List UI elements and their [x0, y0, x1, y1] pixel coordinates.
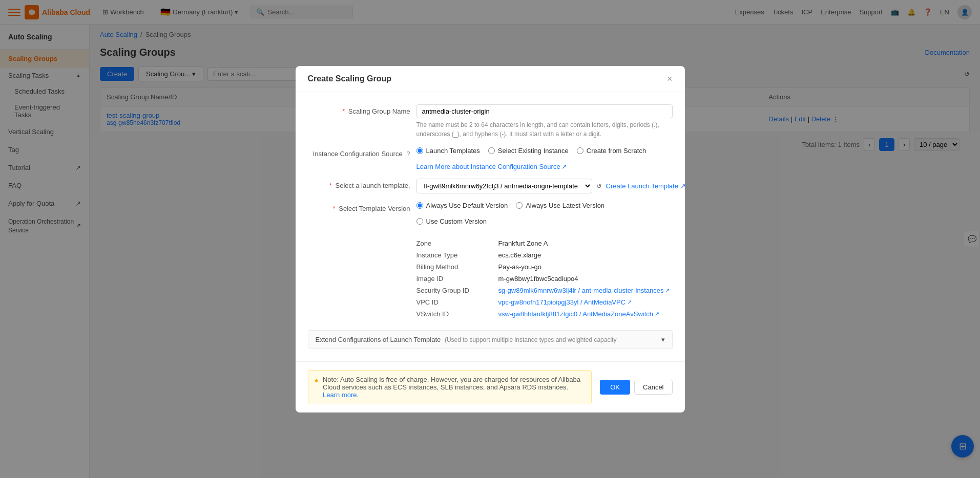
- modal-header: Create Scaling Group ×: [296, 66, 685, 92]
- info-row-zone: Zone Frankfurt Zone A: [416, 240, 673, 247]
- instance-info-spacer: [308, 233, 410, 236]
- info-row-security-group: Security Group ID sg-gw89mlk6mnrw6w3lj4l…: [416, 287, 673, 294]
- scaling-group-name-input[interactable]: [416, 104, 673, 118]
- modal-body: * Scaling Group Name The name must be 2 …: [296, 92, 685, 361]
- form-row-name: * Scaling Group Name The name must be 2 …: [308, 104, 673, 139]
- vpc-link[interactable]: vpc-gw8nofh171pioipgj33yl / AntMediaVPC …: [498, 298, 632, 306]
- name-label: * Scaling Group Name: [308, 104, 410, 115]
- launch-template-select-row: lt-gw89mlk6mnrw6y2fctj3 / antmedia-origi…: [416, 179, 685, 193]
- extend-config-toggle[interactable]: Extend Configurations of Launch Template…: [308, 331, 672, 349]
- info-row-vpc: VPC ID vpc-gw8nofh171pioipgj33yl / AntMe…: [416, 298, 673, 306]
- extend-config-section: Extend Configurations of Launch Template…: [308, 330, 673, 349]
- always-default-radio[interactable]: Always Use Default Version: [416, 202, 508, 209]
- form-row-template-version: * Select Template Version Always Use Def…: [308, 202, 673, 225]
- instance-info-grid: Zone Frankfurt Zone A Instance Type ecs.…: [416, 240, 673, 318]
- modal-footer: ● Note: Auto Scaling is free of charge. …: [296, 361, 685, 412]
- modal-overlay[interactable]: Create Scaling Group × * Scaling Group N…: [0, 0, 980, 478]
- instance-config-label: Instance Configuration Source ?: [308, 147, 410, 158]
- form-row-instance-info: Zone Frankfurt Zone A Instance Type ecs.…: [308, 233, 673, 322]
- form-row-instance-config: Instance Configuration Source ? Launch T…: [308, 147, 673, 170]
- vswitch-link[interactable]: vsw-gw8hhlanfktj881ztgic0 / AntMediaZone…: [498, 310, 660, 318]
- instance-config-radio-group: Launch Templates Select Existing Instanc…: [416, 147, 673, 170]
- security-group-link[interactable]: sg-gw89mlk6mnrw6w3lj4lr / ant-media-clus…: [498, 287, 670, 294]
- name-content: The name must be 2 to 64 characters in l…: [416, 104, 673, 139]
- learn-more-icon: ↗: [561, 163, 567, 170]
- always-latest-radio[interactable]: Always Use Latest Version: [516, 202, 604, 209]
- form-row-launch-template: * Select a launch template. lt-gw89mlk6m…: [308, 179, 673, 193]
- instance-info-content: Zone Frankfurt Zone A Instance Type ecs.…: [416, 233, 673, 322]
- create-from-scratch-radio[interactable]: Create from Scratch: [577, 147, 646, 155]
- footer-note: ● Note: Auto Scaling is free of charge. …: [308, 370, 592, 404]
- vswitch-external-icon: ↗: [655, 311, 659, 317]
- info-row-vswitch: VSwitch ID vsw-gw8hhlanfktj881ztgic0 / A…: [416, 310, 673, 318]
- warning-icon: ●: [315, 376, 319, 384]
- info-row-instance-type: Instance Type ecs.c6e.xlarge: [416, 251, 673, 259]
- select-existing-radio[interactable]: Select Existing Instance: [488, 147, 569, 155]
- template-version-label: * Select Template Version: [308, 202, 410, 212]
- template-version-radio-group: Always Use Default Version Always Use La…: [416, 202, 673, 225]
- modal-actions: OK Cancel: [600, 380, 672, 395]
- launch-template-content: lt-gw89mlk6mnrw6y2fctj3 / antmedia-origi…: [416, 179, 685, 193]
- cancel-button[interactable]: Cancel: [634, 380, 672, 395]
- launch-template-label: * Select a launch template.: [308, 179, 410, 189]
- vpc-external-icon: ↗: [627, 299, 632, 306]
- extend-config-chevron-icon: ▾: [661, 336, 665, 343]
- template-version-content: Always Use Default Version Always Use La…: [416, 202, 673, 225]
- launch-templates-radio[interactable]: Launch Templates: [416, 147, 480, 155]
- info-row-image-id: Image ID m-gw8bwy1fbwc5cadiupo4: [416, 275, 673, 283]
- ok-button[interactable]: OK: [600, 380, 630, 395]
- launch-template-select[interactable]: lt-gw89mlk6mnrw6y2fctj3 / antmedia-origi…: [416, 179, 592, 193]
- instance-config-help-icon[interactable]: ?: [406, 150, 410, 158]
- learn-more-note-link[interactable]: Learn more.: [323, 391, 359, 399]
- learn-more-link[interactable]: Learn More about Instance Configuration …: [416, 163, 567, 170]
- security-group-external-icon: ↗: [665, 287, 670, 294]
- create-scaling-group-modal: Create Scaling Group × * Scaling Group N…: [296, 66, 685, 412]
- name-hint: The name must be 2 to 64 characters in l…: [416, 120, 673, 139]
- modal-close-button[interactable]: ×: [667, 74, 673, 83]
- create-launch-template-link[interactable]: Create Launch Template ↗: [606, 182, 685, 190]
- modal-title: Create Scaling Group: [308, 74, 392, 83]
- use-custom-radio[interactable]: Use Custom Version: [416, 218, 487, 225]
- refresh-template-icon[interactable]: ↺: [596, 182, 602, 190]
- create-template-external-icon: ↗: [680, 182, 685, 190]
- info-row-billing-method: Billing Method Pay-as-you-go: [416, 263, 673, 271]
- instance-config-content: Launch Templates Select Existing Instanc…: [416, 147, 673, 170]
